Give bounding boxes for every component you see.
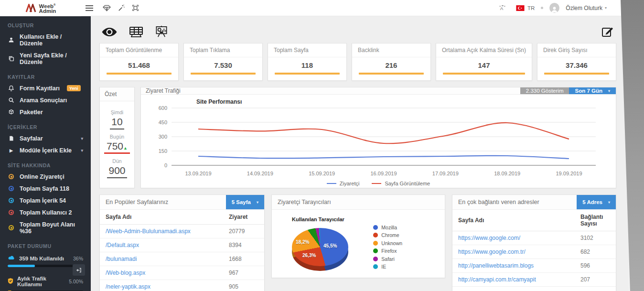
impressions-badge: 2.330 Gösterim bbox=[520, 87, 569, 94]
pie-slice-label: 45,5% bbox=[323, 243, 337, 248]
sidebar-item-add-module-content[interactable]: ▶ Modüle İçerik Ekle ▾ bbox=[0, 144, 91, 156]
stat-card-views: Toplam Görüntülenme 51.468 bbox=[99, 43, 179, 81]
user-menu[interactable]: Özlem Oluturk▾ bbox=[566, 5, 607, 11]
page-link[interactable]: /Weeb-Admin-Bululunamadi.aspx bbox=[106, 228, 191, 235]
legend-item: Safari bbox=[373, 256, 402, 262]
summary-card: Özet Şimdi 10 Bugün 750▲ Dün 900 bbox=[99, 87, 135, 188]
sidebar-collapse-button[interactable] bbox=[73, 264, 85, 276]
edit-icon[interactable] bbox=[601, 26, 614, 38]
svg-text:150: 150 bbox=[159, 148, 167, 154]
bullseye-icon bbox=[8, 198, 15, 203]
stat-card-pages: Toplam Sayfa 118 bbox=[268, 43, 347, 81]
gem-icon[interactable] bbox=[99, 1, 114, 15]
svg-text:13.09.2019: 13.09.2019 bbox=[185, 171, 211, 176]
table-row: https://www.google.com.tr/682 bbox=[452, 245, 616, 259]
search-icon bbox=[8, 97, 15, 103]
new-badge: Yeni bbox=[67, 85, 81, 91]
eye-icon[interactable] bbox=[101, 27, 118, 37]
navbar-right: A TR Özlem Oluturk▾ bbox=[495, 1, 644, 15]
avatar[interactable] bbox=[549, 3, 559, 13]
traffic-percent: 5.00% bbox=[69, 279, 83, 284]
sidebar-item-total-content[interactable]: Toplam İçerik 54 bbox=[0, 194, 91, 206]
address-count-select[interactable]: 5 Adres▾ bbox=[577, 195, 616, 209]
sidebar-section-records: KAYITLAR bbox=[0, 68, 91, 82]
top-navbar: Weeb® Admin A bbox=[0, 0, 644, 16]
stat-underline bbox=[275, 73, 340, 75]
page-link[interactable]: /Web-blog.aspx bbox=[106, 269, 145, 276]
svg-text:Site Performansı: Site Performansı bbox=[196, 98, 242, 105]
translate-icon[interactable]: A bbox=[495, 1, 510, 15]
status-dot bbox=[541, 7, 543, 9]
chevron-down-icon: ▾ bbox=[257, 200, 258, 205]
sidebar-item-form-records[interactable]: Form Kayıtları Yeni bbox=[0, 82, 91, 94]
sidebar-item-total-users[interactable]: Toplam Kullanıcı 2 bbox=[0, 206, 91, 218]
chevron-down-icon: ▾ bbox=[608, 89, 610, 93]
brand-text: Weeb® Admin bbox=[39, 2, 56, 13]
stat-value: 147 bbox=[443, 61, 525, 69]
page-count-select[interactable]: 5 Sayfa▾ bbox=[226, 195, 264, 209]
legend-item: Mozilla bbox=[373, 225, 402, 230]
frame-icon[interactable] bbox=[128, 1, 142, 15]
table-row: https://googleads.g.doubleclic142 bbox=[452, 287, 616, 291]
site-performance-line-chart: 015030045060013.09.201914.09.201915.09.2… bbox=[143, 97, 614, 180]
sidebar-item-search-results[interactable]: Arama Sonuçları bbox=[0, 94, 91, 106]
stat-card-direct-entries: Direk Giriş Sayısı 37.346 bbox=[537, 43, 616, 81]
page-link[interactable]: /neler-yaptik.aspx bbox=[106, 283, 150, 290]
legend-item: IE bbox=[373, 264, 402, 269]
backlink-url[interactable]: http://panelliwebtasarim.blogs bbox=[458, 262, 534, 269]
presentation-chart-icon[interactable] bbox=[155, 26, 168, 39]
page-link[interactable]: /bulunamadi bbox=[106, 256, 137, 262]
sidebar-section-contents: İÇERİKLER bbox=[0, 118, 91, 132]
menu-icon[interactable] bbox=[82, 1, 97, 15]
visitor-browsers-title: Ziyaretçi Tarayıcıları bbox=[278, 199, 331, 205]
sidebar-item-total-pages[interactable]: Toplam Sayfa 118 bbox=[0, 183, 91, 194]
main-content: Toplam Görüntülenme 51.468 Toplam Tıklam… bbox=[91, 16, 644, 291]
sidebar-item-packages[interactable]: Paketler bbox=[0, 106, 91, 118]
summary-title: Özet bbox=[100, 87, 134, 101]
today-underline bbox=[104, 152, 130, 154]
copy-icon bbox=[8, 55, 15, 62]
sidebar-item-online-visitors[interactable]: Online Ziyaretçi bbox=[0, 171, 91, 183]
sidebar-item-pages[interactable]: Sayfalar ▾ bbox=[0, 132, 91, 144]
logout-arrow-icon bbox=[75, 267, 82, 273]
storage-usage-row: 359 Mb Kullanıldı 36% bbox=[0, 251, 91, 261]
sidebar-item-add-user[interactable]: Kullanıcı Ekle / Düzenle bbox=[0, 31, 91, 49]
legend-item: Chrome bbox=[373, 232, 402, 238]
svg-text:15.09.2019: 15.09.2019 bbox=[309, 171, 335, 176]
bullseye-icon bbox=[8, 174, 15, 179]
stat-value: 118 bbox=[275, 61, 340, 69]
backlink-url[interactable]: http://camyapi.com.tr/camyapit bbox=[458, 276, 536, 283]
backlink-url[interactable]: https://www.google.com/ bbox=[458, 235, 520, 241]
visit-traffic-title: Ziyaret Trafiği bbox=[146, 87, 181, 94]
language-selector[interactable]: TR bbox=[516, 5, 535, 11]
table-row: /neler-yaptik.aspx905 bbox=[100, 280, 264, 291]
table-row: /Web-blog.aspx967 bbox=[100, 266, 264, 280]
lang-code: TR bbox=[527, 5, 535, 11]
svg-text:19.09.2019: 19.09.2019 bbox=[556, 171, 582, 176]
svg-text:18.09.2019: 18.09.2019 bbox=[494, 171, 520, 176]
magic-wand-icon[interactable] bbox=[114, 1, 128, 15]
backlink-url[interactable]: https://www.google.com.tr/ bbox=[458, 248, 526, 255]
stat-underline bbox=[443, 73, 525, 75]
app-logo[interactable]: Weeb® Admin bbox=[0, 0, 81, 16]
play-icon: ▶ bbox=[8, 148, 15, 153]
stat-underline bbox=[107, 73, 172, 75]
bullseye-icon bbox=[8, 225, 15, 230]
page-link[interactable]: /Default.aspx bbox=[106, 242, 139, 248]
table-row: https://www.google.com/3102 bbox=[452, 231, 616, 245]
stat-underline bbox=[544, 73, 609, 75]
svg-text:16.09.2019: 16.09.2019 bbox=[370, 171, 397, 176]
visit-traffic-card: Ziyaret Trafiği 2.330 Gösterim Son 7 Gün… bbox=[140, 87, 616, 188]
user-icon bbox=[8, 37, 15, 43]
visitor-browsers-panel: Ziyaretçi Tarayıcıları Kullanılan Tarayı… bbox=[271, 194, 445, 278]
sidebar-item-total-size[interactable]: Toplam Boyut Alanı %36 bbox=[0, 218, 91, 237]
table-row: /bulunamadi1668 bbox=[100, 252, 264, 266]
legend-item: Ziyaretçi bbox=[327, 181, 360, 186]
stat-underline bbox=[191, 73, 256, 75]
package-icon bbox=[8, 109, 15, 115]
svg-text:300: 300 bbox=[159, 134, 167, 140]
trend-up-icon: ▲ bbox=[123, 146, 128, 151]
sidebar-item-add-page[interactable]: Yeni Sayfa Ekle / Düzenle bbox=[0, 49, 91, 68]
date-range-select[interactable]: Son 7 Gün▾ bbox=[569, 87, 616, 94]
grid-board-icon[interactable] bbox=[129, 26, 143, 38]
